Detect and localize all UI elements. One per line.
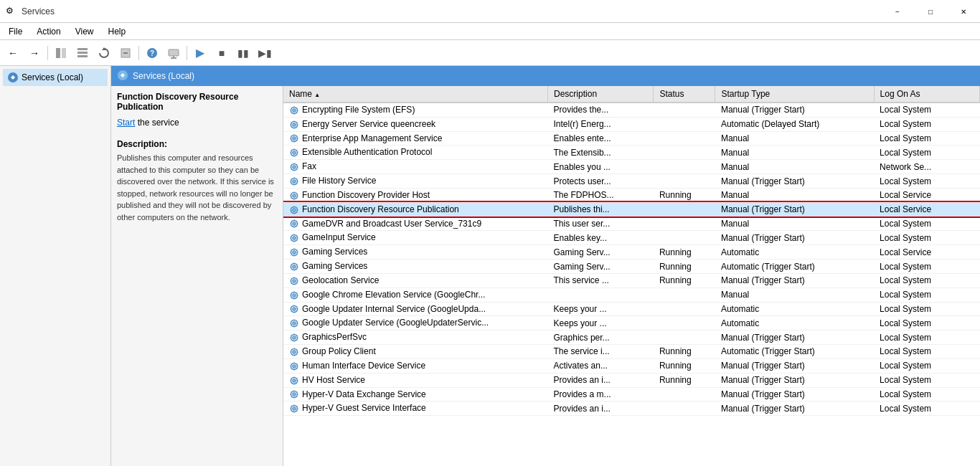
desc-panel-action: Start the service: [117, 118, 277, 128]
table-row[interactable]: Encrypting File System (EFS)Provides the…: [283, 103, 980, 117]
service-name-cell: Function Discovery Provider Host: [283, 188, 548, 202]
show-hide-action-pane[interactable]: [51, 43, 71, 63]
menu-action[interactable]: Action: [31, 25, 66, 38]
table-row[interactable]: Extensible Authentication ProtocolThe Ex…: [283, 146, 980, 160]
table-row[interactable]: FaxEnables you ...ManualNetwork Se...: [283, 160, 980, 174]
sidebar-item-services-local[interactable]: Services (Local): [3, 69, 108, 86]
service-status-cell: [654, 231, 715, 245]
service-status-cell: [654, 217, 715, 231]
maximize-button[interactable]: □: [914, 0, 947, 23]
svg-point-44: [293, 237, 296, 239]
table-row[interactable]: Gaming ServicesGaming Serv...RunningAuto…: [283, 260, 980, 274]
table-row[interactable]: Group Policy ClientThe service i...Runni…: [283, 345, 980, 359]
service-status-cell: [654, 287, 715, 302]
export-button[interactable]: [116, 43, 136, 63]
service-status-cell: Running: [654, 188, 715, 202]
service-startup-cell: Manual (Trigger Start): [715, 358, 874, 373]
services-header-icon: [117, 70, 128, 83]
menu-file[interactable]: File: [3, 25, 28, 38]
service-name-cell: Extensible Authentication Protocol: [283, 146, 548, 160]
service-description-cell: Graphics per...: [548, 331, 654, 345]
col-header-startup[interactable]: Startup Type: [715, 86, 874, 103]
svg-rect-4: [77, 55, 88, 57]
service-name-cell: Google Updater Internal Service (GoogleU…: [283, 302, 548, 316]
table-row[interactable]: Human Interface Device ServiceActivates …: [283, 358, 980, 373]
table-row[interactable]: Function Discovery Resource PublicationP…: [283, 202, 980, 217]
service-logon-cell: Local System: [874, 117, 979, 131]
svg-point-32: [293, 180, 296, 183]
table-row[interactable]: Geolocation ServiceThis service ...Runni…: [283, 273, 980, 287]
pause-service-button[interactable]: ▮▮: [233, 43, 253, 63]
service-logon-cell: Local Service: [874, 245, 979, 260]
stop-service-button[interactable]: ■: [212, 43, 232, 63]
app-icon: ⚙: [6, 6, 17, 17]
service-logon-cell: Local System: [874, 316, 979, 331]
forward-button[interactable]: →: [24, 43, 44, 63]
service-logon-cell: Local System: [874, 260, 979, 274]
service-description-cell: Activates an...: [548, 358, 654, 373]
table-row[interactable]: GameInput ServiceEnables key...Manual (T…: [283, 231, 980, 245]
service-description-cell: The FDPHOS...: [548, 188, 654, 202]
service-logon-cell: Local System: [874, 287, 979, 302]
svg-point-80: [293, 407, 296, 410]
table-row[interactable]: Hyper-V Data Exchange ServiceProvides a …: [283, 387, 980, 401]
back-button[interactable]: ←: [3, 43, 23, 63]
menu-view[interactable]: View: [70, 25, 100, 38]
svg-point-41: [293, 222, 296, 225]
service-logon-cell: Local System: [874, 345, 979, 359]
svg-point-56: [293, 294, 296, 297]
col-header-description[interactable]: Description: [548, 86, 654, 103]
service-startup-cell: Manual: [715, 188, 874, 202]
refresh-button[interactable]: [94, 43, 114, 63]
table-row[interactable]: Google Chrome Elevation Service (GoogleC…: [283, 287, 980, 302]
service-description-cell: Intel(r) Energ...: [548, 117, 654, 131]
service-name: GameInput Service: [302, 232, 376, 242]
service-logon-cell: Local System: [874, 146, 979, 160]
help-toolbar-button[interactable]: ?: [142, 43, 162, 63]
col-header-status[interactable]: Status: [654, 86, 715, 103]
desc-panel-title: Function Discovery Resource Publication: [117, 92, 277, 112]
svg-point-65: [293, 336, 296, 339]
separator-1: [47, 46, 48, 60]
table-row[interactable]: File History ServiceProtects user...Manu…: [283, 174, 980, 189]
col-header-logon[interactable]: Log On As: [874, 86, 979, 103]
service-startup-cell: Manual (Trigger Start): [715, 273, 874, 287]
service-status-cell: [654, 160, 715, 174]
start-service-button[interactable]: ▶: [190, 43, 210, 63]
table-header-row: Name Description Status Startup Type: [283, 86, 980, 103]
desc-description-header: Description:: [117, 139, 277, 149]
table-row[interactable]: Hyper-V Guest Service InterfaceProvides …: [283, 401, 980, 416]
table-row[interactable]: Gaming ServicesGaming Serv...RunningAuto…: [283, 245, 980, 260]
table-row[interactable]: GraphicsPerfSvcGraphics per...Manual (Tr…: [283, 331, 980, 345]
service-description-cell: Publishes thi...: [548, 202, 654, 217]
service-logon-cell: Local System: [874, 273, 979, 287]
service-description-cell: Gaming Serv...: [548, 245, 654, 260]
svg-point-26: [293, 151, 296, 154]
table-row[interactable]: Enterprise App Management ServiceEnables…: [283, 131, 980, 146]
table-row[interactable]: Google Updater Service (GoogleUpdaterSer…: [283, 316, 980, 331]
service-logon-cell: Local System: [874, 401, 979, 416]
view-button[interactable]: [72, 43, 93, 63]
service-logon-cell: Local System: [874, 387, 979, 401]
start-service-link[interactable]: Start: [117, 118, 135, 128]
col-header-name[interactable]: Name: [283, 86, 548, 103]
table-row[interactable]: Function Discovery Provider HostThe FDPH…: [283, 188, 980, 202]
restart-service-button[interactable]: ▶▮: [255, 43, 275, 63]
table-row[interactable]: HV Host ServiceProvides an i...RunningMa…: [283, 373, 980, 387]
service-logon-cell: Local System: [874, 331, 979, 345]
service-gear-icon: [289, 376, 299, 386]
minimize-button[interactable]: −: [881, 0, 914, 23]
table-row[interactable]: Google Updater Internal Service (GoogleU…: [283, 302, 980, 316]
service-status-cell: [654, 146, 715, 160]
service-name-cell: Gaming Services: [283, 245, 548, 260]
table-row[interactable]: GameDVR and Broadcast User Service_731c9…: [283, 217, 980, 231]
service-logon-cell: Local System: [874, 131, 979, 146]
service-gear-icon: [289, 404, 299, 414]
close-button[interactable]: ✕: [947, 0, 980, 23]
table-row[interactable]: Energy Server Service queencreekIntel(r)…: [283, 117, 980, 131]
service-name: Google Updater Service (GoogleUpdaterSer…: [302, 318, 489, 328]
connect-computer-button[interactable]: [164, 43, 184, 63]
service-gear-icon: [289, 120, 299, 130]
menu-help[interactable]: Help: [103, 25, 132, 38]
services-table-container[interactable]: Name Description Status Startup Type: [283, 86, 980, 466]
